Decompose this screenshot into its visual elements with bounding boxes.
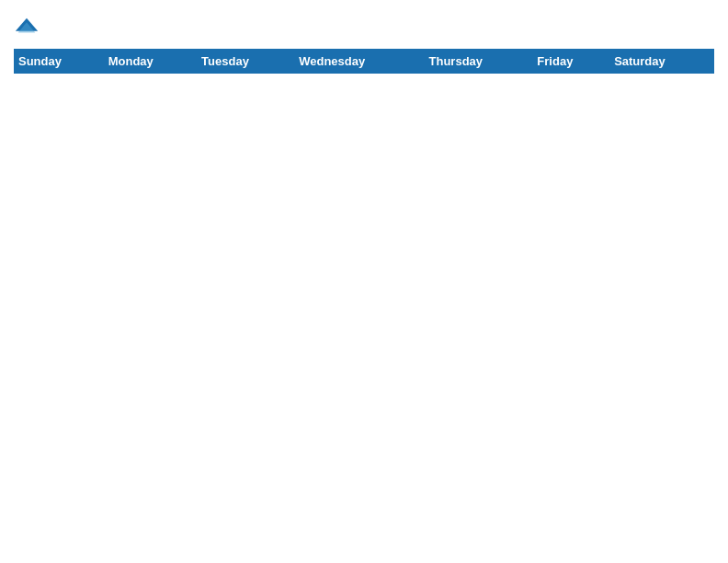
dow-header: Monday xyxy=(104,50,197,74)
calendar-body xyxy=(15,74,714,549)
logo xyxy=(14,14,43,40)
dow-header: Thursday xyxy=(425,50,533,74)
dow-header: Friday xyxy=(533,50,610,74)
dow-header: Sunday xyxy=(15,50,105,74)
logo-icon xyxy=(14,14,40,40)
calendar: SundayMondayTuesdayWednesdayThursdayFrid… xyxy=(14,49,714,549)
days-of-week-row: SundayMondayTuesdayWednesdayThursdayFrid… xyxy=(15,50,714,74)
dow-header: Tuesday xyxy=(198,50,295,74)
dow-header: Wednesday xyxy=(295,50,425,74)
dow-header: Saturday xyxy=(610,50,714,74)
header xyxy=(14,14,714,40)
